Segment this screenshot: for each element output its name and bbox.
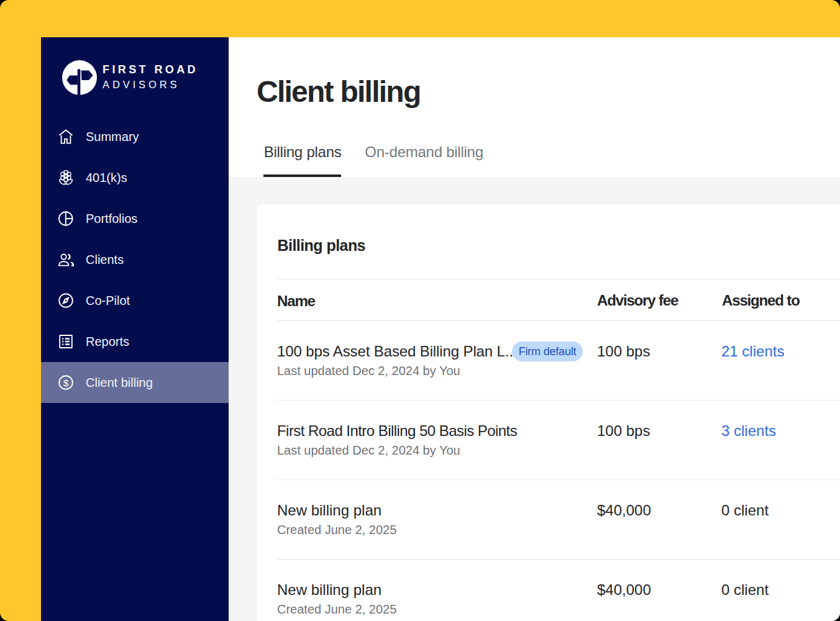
svg-text:$: $ <box>63 378 69 388</box>
